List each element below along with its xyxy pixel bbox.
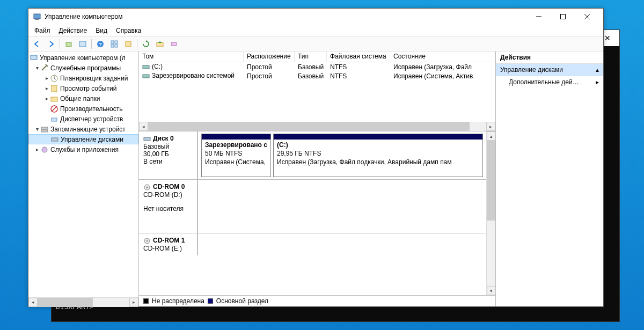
tree-label: Служебные программы <box>50 64 121 72</box>
cdrom-icon <box>143 237 151 245</box>
shared-folder-icon <box>50 94 58 103</box>
partition-status: Исправен (Система, <box>205 158 267 166</box>
maximize-button[interactable] <box>551 9 575 24</box>
cell: Простой <box>244 63 295 71</box>
tree-label: Службы и приложения <box>50 146 119 153</box>
eventlog-icon <box>50 84 58 93</box>
caret-icon[interactable] <box>43 75 50 81</box>
tree-storage[interactable]: Запоминающие устройст <box>28 124 138 134</box>
disk-name: CD-ROM 1 <box>153 237 185 244</box>
disk-scrollbar-v[interactable]: ▴ ▾ <box>486 131 495 295</box>
tree-root[interactable]: Управление компьютером (л <box>28 53 138 63</box>
volume-row[interactable]: (C:) Простой Базовый NTFS Исправен (Загр… <box>139 62 495 71</box>
actions-selected[interactable]: Управление дисками ▴ <box>496 64 603 76</box>
scroll-right-button[interactable]: ▸ <box>129 298 138 307</box>
tag-icon[interactable] <box>167 38 180 50</box>
svg-rect-1 <box>35 19 39 20</box>
volume-name: (C:) <box>152 63 163 70</box>
cell: NTFS <box>327 63 390 71</box>
partition[interactable]: Зарезервировано с 50 МБ NTFS Исправен (С… <box>201 134 271 177</box>
tree-performance[interactable]: Производительность <box>28 104 138 114</box>
tree-event-viewer[interactable]: Просмотр событий <box>28 83 138 93</box>
folder-up-icon[interactable] <box>153 38 166 50</box>
scroll-right-button[interactable]: ▸ <box>486 122 495 131</box>
grid-icon[interactable] <box>108 38 121 50</box>
disk-icon <box>50 135 59 144</box>
col-type[interactable]: Тип <box>295 52 327 62</box>
back-button[interactable] <box>31 38 43 50</box>
col-fs[interactable]: Файловая система <box>327 52 390 62</box>
storage-icon <box>40 125 49 134</box>
actions-more-label: Дополнительные дей… <box>509 78 579 86</box>
actions-pane: Действия Управление дисками ▴ Дополнител… <box>495 52 603 306</box>
col-layout[interactable]: Расположение <box>244 52 295 62</box>
minimize-button[interactable] <box>526 9 551 24</box>
caret-icon[interactable] <box>34 65 40 71</box>
partition[interactable]: (C:) 29,95 ГБ NTFS Исправен (Загрузка, Ф… <box>273 134 483 177</box>
caret-icon[interactable] <box>34 126 40 132</box>
center-pane: Том Расположение Тип Файловая система Со… <box>139 52 495 306</box>
svg-point-34 <box>147 240 148 241</box>
scroll-thumb[interactable] <box>148 122 470 131</box>
disk-info[interactable]: CD-ROM 1 CD-ROM (E:) <box>139 233 198 255</box>
tree-service-tools[interactable]: Служебные программы <box>28 63 138 73</box>
services-icon <box>40 145 49 154</box>
partition-size: 50 МБ NTFS <box>205 149 267 158</box>
menu-action[interactable]: Действие <box>55 26 91 35</box>
cell: Простой <box>244 72 295 80</box>
scroll-thumb[interactable] <box>487 141 495 221</box>
tree-shared-folders[interactable]: Общие папки <box>28 93 138 104</box>
volume-list-scrollbar[interactable]: ◂ ▸ <box>139 122 495 131</box>
tree-device-manager[interactable]: Диспетчер устройств <box>28 114 138 124</box>
close-button[interactable] <box>575 9 599 24</box>
scroll-down-button[interactable]: ▾ <box>487 286 495 295</box>
tree-task-scheduler[interactable]: Планировщик заданий <box>28 73 138 83</box>
disk-state: В сети <box>143 158 194 165</box>
disk-info[interactable]: CD-ROM 0 CD-ROM (D:) Нет носителя <box>139 180 198 233</box>
col-status[interactable]: Состояние <box>390 52 495 62</box>
tree-scrollbar-h[interactable]: ◂ ▸ <box>28 297 138 306</box>
svg-rect-11 <box>115 41 118 43</box>
scroll-left-button[interactable]: ◂ <box>139 122 148 131</box>
scroll-up-button[interactable]: ▴ <box>487 131 495 141</box>
caret-icon[interactable] <box>43 85 50 91</box>
svg-rect-16 <box>171 42 177 46</box>
menu-help[interactable]: Справка <box>112 26 145 35</box>
scroll-left-button[interactable]: ◂ <box>28 298 38 307</box>
disk-block: Диск 0 Базовый 30,00 ГБ В сети Зарезерви… <box>139 131 486 180</box>
volume-row[interactable]: Зарезервировано системой Простой Базовый… <box>139 71 495 80</box>
tree-label: Управление дисками <box>61 136 123 143</box>
chevron-right-icon: ▸ <box>596 78 599 86</box>
drive-icon <box>142 63 150 71</box>
tree-services[interactable]: Службы и приложения <box>28 144 138 155</box>
menu-file[interactable]: Файл <box>31 26 54 35</box>
caret-icon[interactable] <box>34 146 40 152</box>
svg-rect-3 <box>560 14 565 19</box>
disk-info[interactable]: Диск 0 Базовый 30,00 ГБ В сети <box>139 131 198 179</box>
disk-drive: CD-ROM (E:) <box>143 245 194 252</box>
scroll-thumb[interactable] <box>38 298 93 307</box>
svg-rect-24 <box>41 127 48 129</box>
tree-label: Общие папки <box>60 95 100 102</box>
refresh-icon[interactable] <box>140 38 152 50</box>
svg-rect-12 <box>111 45 114 47</box>
svg-rect-29 <box>143 75 149 78</box>
caret-icon[interactable] <box>43 96 50 101</box>
disk-state: Нет носителя <box>143 205 194 212</box>
view-button[interactable] <box>76 38 89 50</box>
col-volume[interactable]: Том <box>139 52 244 62</box>
svg-point-27 <box>42 147 47 152</box>
titlebar: Управление компьютером <box>28 9 603 25</box>
up-button[interactable] <box>62 38 75 50</box>
settings-icon[interactable] <box>122 38 135 50</box>
toolbar: ? <box>28 36 603 52</box>
help-button[interactable]: ? <box>94 38 107 50</box>
legend-label: Основной раздел <box>216 297 268 305</box>
disk-name: CD-ROM 0 <box>153 183 185 190</box>
actions-more[interactable]: Дополнительные дей… ▸ <box>496 76 603 88</box>
cdrom-icon <box>143 184 151 191</box>
cell: Исправен (Система, Актив <box>390 72 495 80</box>
tree-disk-management[interactable]: Управление дисками <box>28 134 138 144</box>
forward-button[interactable] <box>45 38 57 50</box>
menu-view[interactable]: Вид <box>92 26 111 35</box>
